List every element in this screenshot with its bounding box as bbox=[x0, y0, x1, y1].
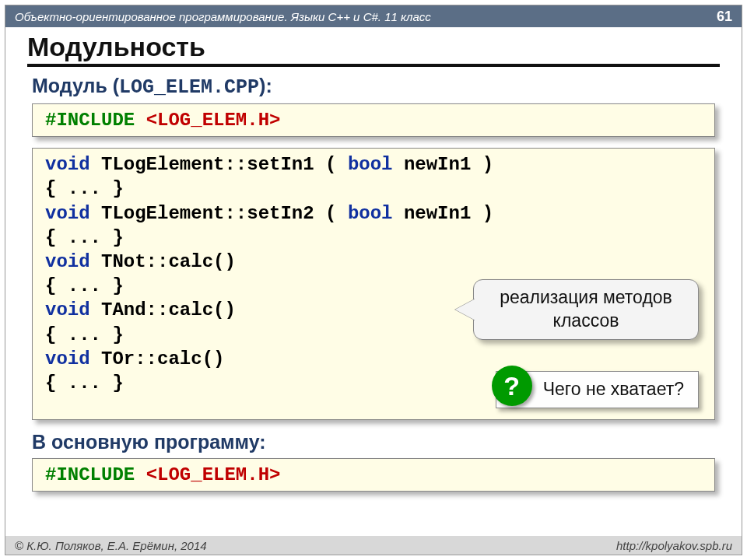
content-area: Модульность Модуль (LOG_ELEM.CPP): #INCL… bbox=[5, 27, 742, 536]
footer-copyright: © К.Ю. Поляков, Е.А. Ерёмин, 2014 bbox=[15, 539, 207, 552]
code-box: void TLogElement::setIn1 ( bool newIn1 )… bbox=[32, 148, 715, 420]
include-file-1: <LOG_ELEM.H> bbox=[146, 110, 281, 131]
mainprog-heading: В основную программу: bbox=[32, 431, 720, 453]
include-directive-2: #INCLUDE bbox=[45, 464, 135, 485]
code-line-2: { ... } bbox=[45, 177, 702, 201]
question-text: Чего не хватает? bbox=[543, 378, 684, 401]
module-heading: Модуль (LOG_ELEM.CPP): bbox=[32, 75, 720, 99]
include-box-2: #INCLUDE <LOG_ELEM.H> bbox=[32, 458, 715, 492]
code-line-5: void TNot::calc() bbox=[45, 250, 702, 274]
module-filename: LOG_ELEM.CPP bbox=[119, 76, 259, 99]
slide-title: Модульность bbox=[27, 32, 720, 67]
include-box-1: #INCLUDE <LOG_ELEM.H> bbox=[32, 103, 715, 137]
footer-bar: © К.Ю. Поляков, Е.А. Ерёмин, 2014 http:/… bbox=[5, 536, 742, 555]
code-line-1: void TLogElement::setIn1 ( bool newIn1 ) bbox=[45, 152, 702, 177]
code-line-9: void TOr::calc() bbox=[45, 347, 702, 371]
include-file-2: <LOG_ELEM.H> bbox=[146, 464, 281, 485]
code-line-3: void TLogElement::setIn2 ( bool newIn1 ) bbox=[45, 201, 702, 226]
callout-methods: реализация методов классов bbox=[473, 279, 699, 340]
callout-tail bbox=[455, 299, 475, 320]
code-line-4: { ... } bbox=[45, 226, 702, 250]
include-directive-1: #INCLUDE bbox=[45, 110, 135, 131]
question-box: ? Чего не хватает? bbox=[496, 371, 699, 408]
module-label: Модуль bbox=[32, 75, 107, 96]
page-number: 61 bbox=[717, 9, 732, 25]
question-icon: ? bbox=[492, 366, 532, 406]
mainprog-label: В основную программу bbox=[32, 431, 259, 453]
slide-frame: Объектно-ориентированное программировани… bbox=[5, 5, 742, 555]
question-mark: ? bbox=[503, 369, 520, 403]
module-colon: : bbox=[265, 75, 272, 96]
footer-url: http://kpolyakov.spb.ru bbox=[616, 539, 732, 552]
header-bar: Объектно-ориентированное программировани… bbox=[5, 5, 742, 27]
mainprog-colon: : bbox=[259, 431, 265, 453]
course-title: Объектно-ориентированное программировани… bbox=[15, 10, 431, 23]
callout-text: реализация методов классов bbox=[500, 287, 672, 331]
